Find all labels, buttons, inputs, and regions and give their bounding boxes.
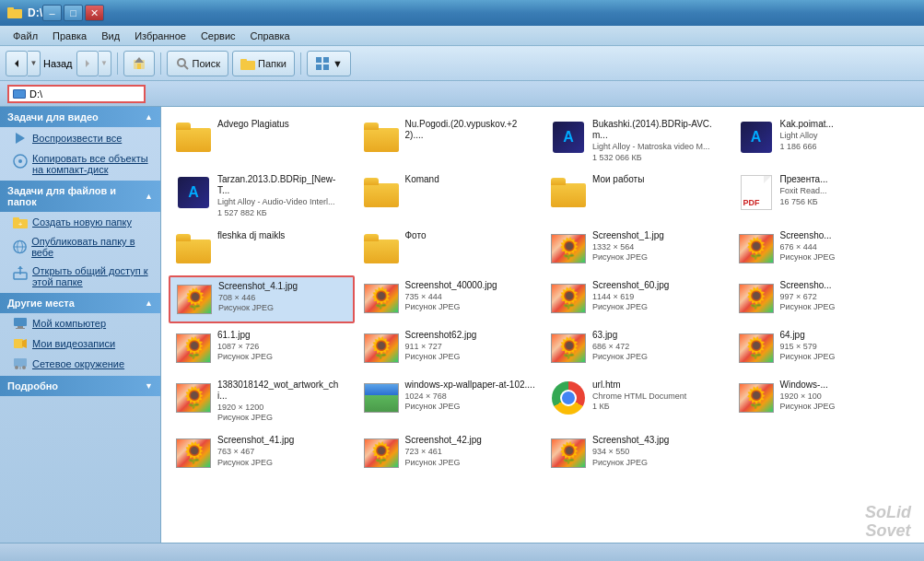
file-item-screenshot43[interactable]: 🌻 Screenshot_43.jpg 934 × 550Рисунок JPE… xyxy=(544,430,730,478)
file-item-screenshot62[interactable]: 🌻 Screenshot62.jpg 911 × 727Рисунок JPEG xyxy=(357,325,543,373)
file-item-screenshot-r[interactable]: 🌻 Screensho... 676 × 444Рисунок JPEG xyxy=(731,226,918,274)
file-meta-screenshot1: 1332 × 564Рисунок JPEG xyxy=(592,242,723,263)
folders-button[interactable]: Папки xyxy=(232,51,295,76)
menu-help[interactable]: Справка xyxy=(243,29,298,43)
file-info-screenshot40000: Screenshot_40000.jpg 735 × 444Рисунок JP… xyxy=(405,280,536,313)
menu-view[interactable]: Вид xyxy=(94,29,127,43)
minimize-button[interactable]: – xyxy=(42,5,62,21)
img-thumb-screenshot1: 🌻 xyxy=(551,234,586,263)
img-thumb-64: 🌻 xyxy=(739,333,774,363)
file-name-bukashki: Bukashki.(2014).BDRip-AVC.m... xyxy=(592,119,723,141)
svg-rect-28 xyxy=(18,326,23,328)
menu-favorites[interactable]: Избранное xyxy=(127,29,193,43)
file-meta-screenshot60: 1144 × 619Рисунок JPEG xyxy=(592,292,723,313)
file-item-windows-xp[interactable]: windows-xp-wallpaper-at-102.... 1024 × 7… xyxy=(357,375,543,428)
file-item-prezentac[interactable]: Презента... Foxit Read...16 756 КБ xyxy=(731,169,918,223)
sidebar-item-copy-disc-label: Копировать все объекты на компакт-диск xyxy=(32,153,153,175)
file-name-611: 61.1.jpg xyxy=(217,330,348,341)
file-item-foto[interactable]: Фото xyxy=(357,226,543,274)
sidebar-section-video-header[interactable]: Задачи для видео ▲ xyxy=(0,107,160,127)
file-info-611: 61.1.jpg 1087 × 726Рисунок JPEG xyxy=(217,330,348,363)
sidebar-section-places-header[interactable]: Другие места ▲ xyxy=(0,293,160,313)
menu-service[interactable]: Сервис xyxy=(193,29,243,43)
views-button[interactable]: ▼ xyxy=(307,51,351,76)
file-item-screenshot42[interactable]: 🌻 Screenshot_42.jpg 723 × 461Рисунок JPE… xyxy=(357,430,543,478)
file-meta-url-htm: Chrome HTML Document1 КБ xyxy=(592,392,723,413)
file-name-prezentac: Презента... xyxy=(780,174,911,185)
web-icon xyxy=(13,240,27,254)
file-item-screenshot-s[interactable]: 🌻 Screensho... 997 × 672Рисунок JPEG xyxy=(731,275,918,323)
disc-icon xyxy=(13,154,28,169)
file-name-screenshot60: Screenshot_60.jpg xyxy=(592,280,723,291)
file-info-screenshot41: Screenshot_4.1.jpg 708 × 446Рисунок JPEG xyxy=(218,281,347,314)
sidebar-item-network[interactable]: Сетевое окружение xyxy=(0,354,160,374)
sidebar-item-play-all[interactable]: Воспроизвести все xyxy=(0,127,160,149)
sunflower-icon-win: 🌻 xyxy=(743,386,768,410)
file-thumb-moi-raboty xyxy=(550,174,587,211)
file-thumb-kak-poimat: A xyxy=(738,119,775,156)
file-item-url-htm[interactable]: url.htm Chrome HTML Document1 КБ xyxy=(544,375,730,428)
file-item-bukashki[interactable]: A Bukashki.(2014).BDRip-AVC.m... Light A… xyxy=(544,114,730,168)
file-item-screenshot1[interactable]: 🌻 Screenshot_1.jpg 1332 × 564Рисунок JPE… xyxy=(544,226,730,274)
file-thumb-screenshot1: 🌻 xyxy=(550,230,587,267)
sidebar-item-network-label: Сетевое окружение xyxy=(32,358,124,369)
file-info-nu-pogodi: Nu.Pogodi.(20.vypuskov.+22).... xyxy=(405,119,536,141)
file-name-screenshot43: Screenshot_43.jpg xyxy=(592,435,723,446)
file-item-64[interactable]: 🌻 64.jpg 915 × 579Рисунок JPEG xyxy=(731,325,918,373)
file-item-moi-raboty[interactable]: Мои работы xyxy=(544,169,730,223)
sidebar-item-new-folder[interactable]: + Создать новую папку xyxy=(0,212,160,232)
file-info-advego: Advego Plagiatus xyxy=(217,119,348,130)
file-meta-screenshot43: 934 × 550Рисунок JPEG xyxy=(592,447,723,468)
forward-nav: ▼ xyxy=(76,51,111,76)
back-button[interactable] xyxy=(6,51,28,76)
back-dropdown[interactable]: ▼ xyxy=(28,51,41,76)
file-thumb-windows-img: 🌻 xyxy=(738,380,775,416)
forward-dropdown[interactable]: ▼ xyxy=(99,51,111,76)
sidebar-section-details-header[interactable]: Подробно ▼ xyxy=(0,376,160,396)
sidebar-section-files-label: Задачи для файлов и папок xyxy=(7,185,145,207)
sidebar-item-share[interactable]: Открыть общий доступ к этой папке xyxy=(0,262,160,291)
menu-file[interactable]: Файл xyxy=(6,29,45,43)
file-thumb-screenshot43: 🌻 xyxy=(550,435,587,472)
svg-point-33 xyxy=(15,366,18,369)
address-input[interactable]: D:\ xyxy=(7,85,146,103)
file-item-nu-pogodi[interactable]: Nu.Pogodi.(20.vypuskov.+22).... xyxy=(357,114,543,168)
file-info-bukashki: Bukashki.(2014).BDRip-AVC.m... Light All… xyxy=(592,119,723,163)
file-item-screenshot60[interactable]: 🌻 Screenshot_60.jpg 1144 × 619Рисунок JP… xyxy=(544,275,730,323)
file-item-tarzan[interactable]: A Tarzan.2013.D.BDRip_[New-T... Light Al… xyxy=(169,169,355,223)
file-item-fleshka[interactable]: fleshka dj maikls xyxy=(169,226,355,274)
close-button[interactable]: ✕ xyxy=(85,5,104,21)
maximize-button[interactable]: □ xyxy=(64,5,83,21)
file-item-1383[interactable]: 🌻 1383018142_wot_artwork_chi... 1920 × 1… xyxy=(169,375,355,428)
folder-icon-moi-raboty xyxy=(551,178,586,207)
file-item-kak-poimat[interactable]: A Kak.poimat... Light Alloy1 186 666 xyxy=(731,114,918,168)
sunflower-icon-60: 🌻 xyxy=(556,286,581,310)
forward-button[interactable] xyxy=(76,51,99,76)
up-button[interactable] xyxy=(123,51,155,76)
file-name-foto: Фото xyxy=(405,230,536,241)
computer-icon xyxy=(13,317,28,330)
sidebar-section-files-header[interactable]: Задачи для файлов и папок ▲ xyxy=(0,181,160,212)
sidebar-item-publish-web[interactable]: Опубликовать папку в вебе xyxy=(0,232,160,262)
chrome-icon-url xyxy=(552,381,585,415)
title-bar: D:\ – □ ✕ xyxy=(0,0,924,26)
folder-icon-advego xyxy=(176,123,211,152)
search-button[interactable]: Поиск xyxy=(167,51,228,76)
file-item-komand[interactable]: Komand xyxy=(357,169,543,223)
sunflower-icon-40000: 🌻 xyxy=(368,286,393,310)
file-item-advego[interactable]: Advego Plagiatus xyxy=(169,114,355,168)
menu-edit[interactable]: Правка xyxy=(45,29,94,43)
file-item-screenshot41b[interactable]: 🌻 Screenshot_41.jpg 763 × 467Рисунок JPE… xyxy=(169,430,355,478)
file-item-611[interactable]: 🌻 61.1.jpg 1087 × 726Рисунок JPEG xyxy=(169,325,355,373)
file-item-63[interactable]: 🌻 63.jpg 686 × 472Рисунок JPEG xyxy=(544,325,730,373)
sidebar-item-copy-disc[interactable]: Копировать все объекты на компакт-диск xyxy=(0,149,160,179)
img-thumb-screenshot41b: 🌻 xyxy=(176,438,211,468)
file-item-screenshot41[interactable]: 🌻 Screenshot_4.1.jpg 708 × 446Рисунок JP… xyxy=(169,275,355,323)
file-info-screenshot-r: Screensho... 676 × 444Рисунок JPEG xyxy=(780,230,911,263)
file-item-windows-img[interactable]: 🌻 Windows-... 1920 × 100Рисунок JPEG xyxy=(731,375,918,428)
sidebar-item-my-computer[interactable]: Мой компьютер xyxy=(0,313,160,333)
sidebar-item-my-videos[interactable]: Мои видеозаписи xyxy=(0,333,160,354)
file-item-screenshot40000[interactable]: 🌻 Screenshot_40000.jpg 735 × 444Рисунок … xyxy=(357,275,543,323)
sidebar-section-video: Задачи для видео ▲ Воспроизвести все Коп… xyxy=(0,107,160,179)
file-meta-1383: 1920 × 1200Рисунок JPEG xyxy=(217,403,348,424)
